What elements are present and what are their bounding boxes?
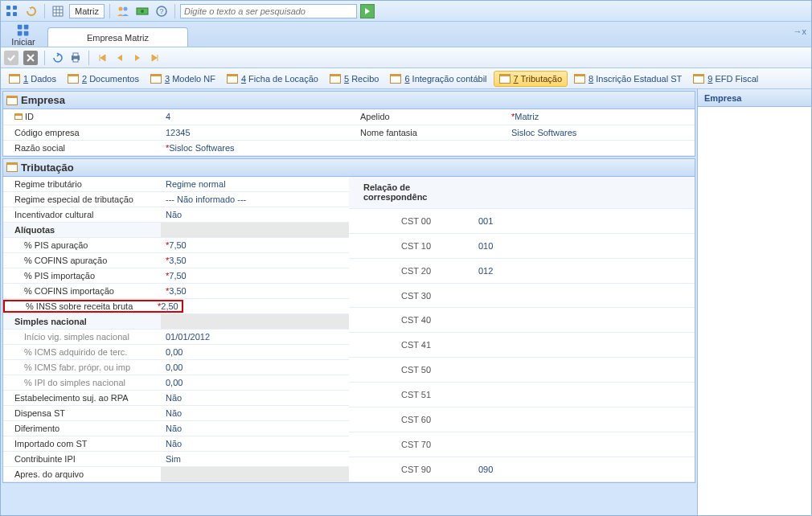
field-value[interactable] [474,407,695,432]
field-value[interactable]: Não [161,391,349,406]
tab-integracao[interactable]: 6 Integração contábil [385,71,491,87]
field-value[interactable]: 001 [474,208,695,233]
field-label: CST 30 [349,283,474,308]
field-value[interactable] [474,333,695,358]
grid-icon[interactable] [50,3,66,19]
last-button[interactable] [149,51,162,64]
prev-button[interactable] [113,51,126,64]
cancel-button[interactable] [23,51,38,65]
svg-text:?: ? [159,7,163,15]
tab-empresa-matriz[interactable]: Empresa Matriz [47,27,188,47]
field-value[interactable]: Sim [161,452,349,467]
folder-icon [390,74,401,84]
field-value[interactable]: Matriz [515,112,539,121]
tab-efd-fiscal[interactable]: 9 EFD Fiscal [688,71,763,87]
search-go-button[interactable] [360,4,375,18]
iniciar-button[interactable]: Iniciar [6,24,41,47]
field-value[interactable]: 4 [161,109,349,125]
close-tab-button[interactable]: →x [794,27,807,36]
field-label: Incentivador cultural [3,207,161,223]
field-value[interactable]: Não [161,406,349,421]
first-button[interactable] [96,51,109,64]
field-label: Diferimento [3,421,161,436]
iniciar-row: Iniciar Empresa Matriz →x [1,22,811,47]
field-value[interactable]: Não [161,421,349,436]
field-value[interactable]: 7,50 [169,240,186,250]
tab-recibo[interactable]: 5 Recibo [325,71,383,87]
next-button[interactable] [131,51,144,64]
folder-icon [330,74,341,84]
tab-inscricao-st[interactable]: 8 Inscrição Estadual ST [569,71,687,87]
field-label: % IPI do simples nacional [3,375,161,391]
field-value[interactable]: Sisloc Softwares [506,125,695,140]
field-label: ID [25,112,34,121]
field-value[interactable]: 3,50 [169,286,186,296]
tab-tributacao[interactable]: 7 Tributação [494,71,568,87]
tab-modelo-nf[interactable]: 3 Modelo NF [146,71,220,87]
field-label: CST 50 [349,358,474,383]
field-value[interactable]: Não [161,207,349,223]
tab-dados[interactable]: 1 Dados [4,71,61,87]
field-value[interactable]: Não [161,436,349,452]
field-value[interactable]: Regime normal [161,177,349,192]
field-value[interactable]: 2,50 [161,301,181,311]
field-label: Início vig. simples nacional [3,330,161,345]
field-value[interactable]: 0,00 [161,345,349,360]
field-value[interactable]: 0,00 [161,360,349,375]
empresa-header: Empresa [3,92,695,109]
field-label: Importado com ST [3,436,161,452]
folder-icon [68,74,79,84]
field-label: Regime tributário [3,177,161,192]
top-toolbar: Matriz ? [1,1,811,22]
field-value[interactable] [161,467,349,482]
field-label: Razão social [3,140,161,155]
field-value[interactable]: 090 [474,457,695,481]
field-label: CST 41 [349,333,474,358]
field-value[interactable]: 0,00 [161,375,349,391]
field-value[interactable]: Sisloc Softwares [169,143,234,153]
section-title: Tributação [21,162,74,174]
confirm-button[interactable] [4,51,18,65]
search-input[interactable] [180,4,357,18]
field-label: Apres. do arquivo [3,467,161,482]
field-value[interactable]: 01/01/2012 [161,330,349,345]
field-value[interactable] [474,358,695,383]
print-button[interactable] [69,51,82,64]
field-row: Apelido *Matriz [349,109,695,125]
subheader: Alíquotas [3,223,161,238]
field-value[interactable]: 7,50 [169,271,186,281]
field-label: CST 90 [349,457,474,481]
field-label: Código empresa [3,125,161,140]
folder-icon [6,162,18,172]
tab-documentos[interactable]: 2 Documentos [63,71,144,87]
refresh-button[interactable] [51,51,64,64]
users-icon[interactable] [115,3,131,19]
svg-point-9 [118,6,122,10]
field-label: % COFINS apuração [3,253,161,268]
field-value[interactable]: 010 [474,233,695,258]
help-icon[interactable]: ? [154,3,170,19]
section-title: Empresa [21,94,65,106]
money-icon[interactable] [134,3,150,19]
field-value[interactable] [474,383,695,407]
field-label: CST 00 [349,208,474,233]
svg-rect-21 [73,59,78,62]
tab-ficha-locacao[interactable]: 4 Ficha de Locação [222,71,323,87]
tributacao-left: Regime tributárioRegime normal Regime es… [3,177,349,483]
field-value[interactable]: 3,50 [169,256,186,265]
field-value[interactable]: 012 [474,258,695,283]
separator [44,4,45,18]
field-value[interactable]: 12345 [161,125,349,140]
tributacao-header: Tributação [3,159,695,177]
module-tabs: 1 Dados 2 Documentos 3 Modelo NF 4 Ficha… [1,68,811,89]
field-row: Razão social *Sisloc Softwares [3,140,349,155]
undo-icon[interactable] [23,3,39,19]
field-value[interactable]: --- Não informado --- [161,192,349,207]
tributacao-right: Relação de correspondênc CST 00001 CST 1… [349,177,695,483]
svg-rect-2 [6,12,10,16]
app-icon[interactable] [4,3,20,19]
field-label: % PIS apuração [3,238,161,253]
field-value[interactable] [474,283,695,308]
field-value[interactable] [474,432,695,457]
field-value[interactable] [474,308,695,333]
